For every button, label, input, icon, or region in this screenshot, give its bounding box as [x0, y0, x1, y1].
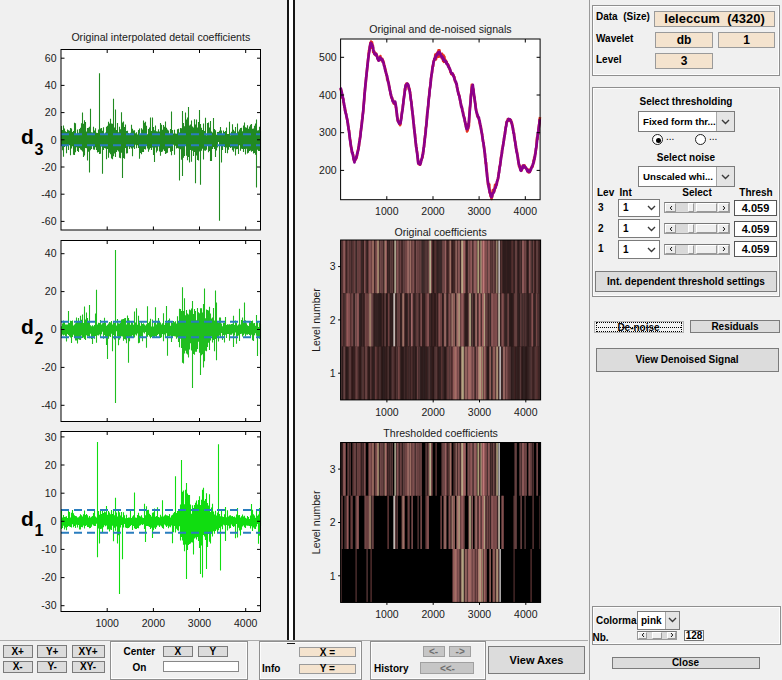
svg-text:400: 400 — [319, 89, 337, 101]
svg-text:2: 2 — [330, 314, 336, 326]
svg-text:Level number: Level number — [310, 288, 322, 352]
svg-text:4000: 4000 — [234, 617, 258, 629]
svg-text:-20: -20 — [41, 571, 56, 583]
svg-text:10: 10 — [45, 487, 57, 499]
svg-text:4000: 4000 — [514, 205, 538, 217]
svg-text:3000: 3000 — [188, 617, 212, 629]
svg-text:-40: -40 — [41, 188, 56, 200]
svg-text:2000: 2000 — [422, 406, 446, 418]
svg-text:3000: 3000 — [468, 406, 492, 418]
svg-text:Original interpolated detail c: Original interpolated detail coefficient… — [71, 31, 250, 43]
svg-text:Original and de-noised signals: Original and de-noised signals — [369, 23, 512, 35]
svg-text:20: 20 — [45, 285, 57, 297]
svg-text:0: 0 — [51, 515, 57, 527]
svg-text:2000: 2000 — [422, 608, 446, 620]
svg-text:3: 3 — [35, 141, 44, 158]
svg-text:-10: -10 — [41, 543, 56, 555]
svg-text:Thresholded coefficients: Thresholded coefficients — [383, 427, 498, 439]
svg-text:1000: 1000 — [375, 406, 399, 418]
svg-text:Level number: Level number — [310, 490, 322, 554]
svg-text:20: 20 — [45, 106, 57, 118]
svg-text:2: 2 — [330, 516, 336, 528]
svg-text:-20: -20 — [41, 161, 56, 173]
svg-text:2: 2 — [35, 330, 44, 347]
svg-text:Original coefficients: Original coefficients — [394, 226, 486, 238]
svg-text:0: 0 — [51, 323, 57, 335]
svg-text:4000: 4000 — [514, 406, 538, 418]
svg-text:60: 60 — [45, 52, 57, 64]
svg-text:300: 300 — [319, 126, 337, 138]
svg-text:-60: -60 — [41, 215, 56, 227]
svg-text:-20: -20 — [41, 361, 56, 373]
svg-text:2000: 2000 — [421, 205, 445, 217]
svg-text:20: 20 — [45, 459, 57, 471]
svg-text:2000: 2000 — [142, 617, 166, 629]
svg-text:d: d — [21, 507, 34, 530]
svg-text:0: 0 — [51, 134, 57, 146]
svg-text:1000: 1000 — [96, 617, 120, 629]
svg-text:1: 1 — [330, 367, 336, 379]
svg-text:3000: 3000 — [468, 608, 492, 620]
svg-text:d: d — [21, 315, 34, 338]
svg-text:3: 3 — [330, 260, 336, 272]
svg-text:3: 3 — [330, 463, 336, 475]
svg-text:30: 30 — [45, 431, 57, 443]
svg-text:3000: 3000 — [467, 205, 491, 217]
svg-text:-30: -30 — [41, 599, 56, 611]
svg-text:1000: 1000 — [375, 608, 399, 620]
svg-text:4000: 4000 — [514, 608, 538, 620]
svg-text:500: 500 — [319, 51, 337, 63]
svg-text:40: 40 — [45, 247, 57, 259]
svg-text:d: d — [21, 125, 34, 148]
svg-text:-40: -40 — [41, 399, 56, 411]
svg-text:200: 200 — [319, 164, 337, 176]
svg-text:40: 40 — [45, 79, 57, 91]
svg-text:1: 1 — [35, 522, 44, 539]
svg-text:1: 1 — [330, 570, 336, 582]
svg-text:1000: 1000 — [375, 205, 399, 217]
